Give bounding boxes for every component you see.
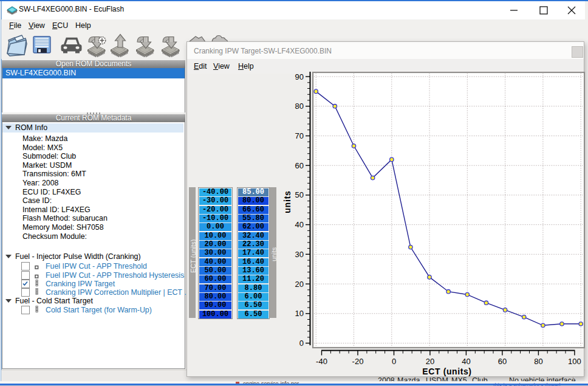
svg-text:80: 80 — [534, 357, 542, 366]
svg-text:units: units — [282, 190, 292, 213]
svg-text:30: 30 — [295, 250, 304, 259]
svg-text:40: 40 — [462, 357, 470, 366]
svg-text:ECT (units): ECT (units) — [422, 367, 471, 376]
svg-text:60: 60 — [498, 357, 507, 366]
svg-text:60: 60 — [295, 161, 304, 170]
svg-text:-40: -40 — [316, 357, 327, 366]
svg-text:90: 90 — [295, 72, 304, 81]
svg-text:0: 0 — [392, 357, 396, 366]
svg-text:80: 80 — [295, 102, 304, 111]
svg-text:20: 20 — [295, 280, 304, 289]
svg-text:100: 100 — [568, 357, 581, 366]
svg-text:10: 10 — [295, 309, 304, 318]
svg-text:0: 0 — [299, 339, 304, 348]
svg-text:70: 70 — [295, 131, 304, 140]
svg-text:20: 20 — [426, 357, 434, 366]
svg-text:50: 50 — [295, 190, 304, 199]
svg-text:40: 40 — [295, 220, 304, 229]
svg-text:-20: -20 — [352, 357, 364, 366]
